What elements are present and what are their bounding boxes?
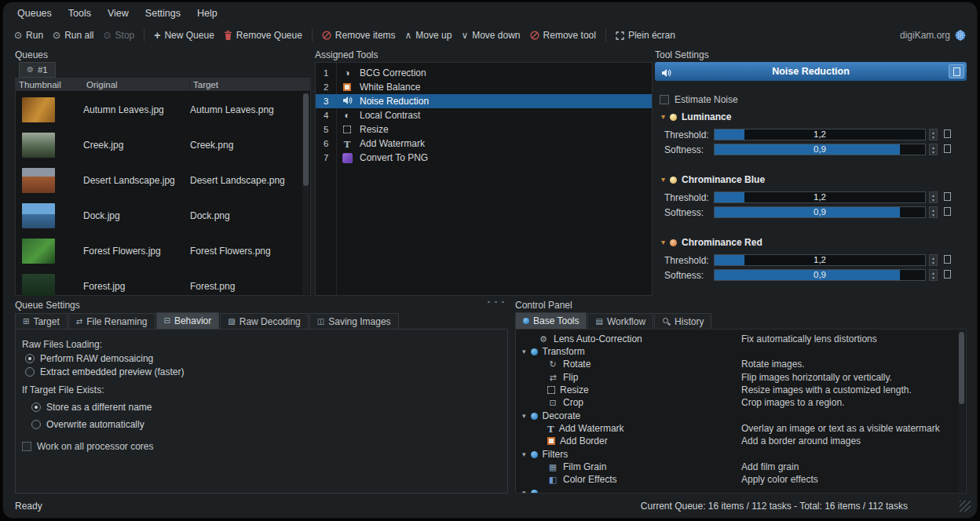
reset-default-button[interactable] <box>944 270 951 279</box>
tree-item-film-grain[interactable]: ▦ Film Grain Add film grain <box>519 461 955 473</box>
queue-tab-1[interactable]: ⚙ #1 <box>19 62 56 78</box>
tab-label: Behavior <box>174 315 211 326</box>
tool-item-add-watermark[interactable]: 6 T Add Watermark <box>316 137 652 151</box>
resize-grip[interactable] <box>960 501 971 512</box>
run-button[interactable]: ⊙ Run <box>14 30 43 41</box>
work-all-cores-row[interactable]: Work on all processor cores <box>22 441 154 452</box>
radio-store-different-name[interactable]: Store as a different name <box>31 402 152 413</box>
tab-base-tools[interactable]: Base Tools <box>515 312 587 329</box>
tab-raw-decoding[interactable]: ▨ Raw Decoding <box>220 313 309 329</box>
queue-row-desert-landscape[interactable]: Desert Landscape.jpg Desert Landscape.pn… <box>16 162 310 198</box>
expand-arrow-icon[interactable]: ▾ <box>522 451 526 458</box>
menu-queues[interactable]: Queues <box>17 8 52 19</box>
softness-slider[interactable]: 0,9 <box>714 206 926 218</box>
softness-spinner[interactable]: ▲▼ <box>929 206 938 218</box>
work-all-cores-checkbox[interactable] <box>22 442 31 451</box>
tree-item-add-border[interactable]: Add Border Add a border around images <box>519 435 955 447</box>
radio-perform-raw-demosaicing[interactable]: Perform RAW demosaicing <box>25 353 153 364</box>
remove-queue-button[interactable]: Remove Queue <box>224 30 302 41</box>
tree-group-transform[interactable]: ▾ Transform <box>519 345 955 358</box>
move-down-button[interactable]: ∨ Move down <box>461 30 520 41</box>
queue-row-autumn-leaves[interactable]: Autumn Leaves.jpg Autumn Leaves.png <box>16 92 310 127</box>
tree-item-rotate[interactable]: ↻ Rotate Rotate images. <box>519 358 955 370</box>
color-effects-icon: ◧ <box>547 475 558 484</box>
queue-row-forest[interactable]: Forest.jpg Forest.png <box>16 268 310 296</box>
scrollbar-thumb[interactable] <box>303 93 309 186</box>
new-queue-button[interactable]: + New Queue <box>154 30 214 41</box>
control-panel-scrollbar[interactable] <box>958 330 965 492</box>
threshold-spinner[interactable]: ▲▼ <box>929 129 938 140</box>
tab-file-renaming[interactable]: ⇄ File Renaming <box>68 313 155 329</box>
run-all-button[interactable]: ⊙ Run all <box>53 30 93 41</box>
tab-behavior[interactable]: ⊟ Behavior <box>156 312 220 329</box>
queue-row-creek[interactable]: Creek.jpg Creek.png <box>16 127 310 162</box>
tool-item-resize[interactable]: 5 Resize <box>316 122 652 137</box>
radio-overwrite-automatically[interactable]: Overwrite automatically <box>31 419 144 430</box>
presets-button[interactable] <box>949 64 964 78</box>
tool-item-noise-reduction[interactable]: 3 Noise Reduction <box>316 94 652 108</box>
brand-label[interactable]: digiKam.org <box>900 30 950 41</box>
queue-row-forest-flowers[interactable]: Forest Flowers.jpg Forest Flowers.png <box>16 233 310 268</box>
scrollbar-thumb[interactable] <box>959 332 964 404</box>
tree-item-flip[interactable]: ⇄ Flip Flip images horizontally or verti… <box>519 371 955 384</box>
section-chrominance-red[interactable]: ▾ Chrominance Red <box>661 237 762 248</box>
remove-tool-button[interactable]: Remove tool <box>530 30 596 41</box>
radio-extract-embedded-preview[interactable]: Extract embedded preview (faster) <box>25 366 184 377</box>
local-contrast-icon: ◐ <box>344 111 349 120</box>
globe-icon[interactable] <box>955 30 966 41</box>
queues-scrollbar[interactable] <box>302 93 309 294</box>
queues-table-body: Autumn Leaves.jpg Autumn Leaves.png Cree… <box>16 92 310 296</box>
reset-default-button[interactable] <box>944 192 951 201</box>
stop-button[interactable]: ⊙ Stop <box>104 30 135 41</box>
tool-item-local-contrast[interactable]: 4 ◐ Local Contrast <box>316 108 652 122</box>
column-target[interactable]: Target <box>190 78 310 91</box>
tab-saving-images[interactable]: ◫ Saving Images <box>309 313 399 329</box>
tree-group-decorate[interactable]: ▾ Decorate <box>519 410 955 422</box>
threshold-slider[interactable]: 1,2 <box>714 129 926 140</box>
tool-item-bcg-correction[interactable]: 1 ◑ BCG Correction <box>316 66 652 80</box>
threshold-slider[interactable]: 1,2 <box>714 191 926 203</box>
softness-spinner[interactable]: ▲▼ <box>929 269 938 281</box>
tab-target[interactable]: ⊞ Target <box>15 313 68 329</box>
tool-item-convert-to-png[interactable]: 7 Convert To PNG <box>316 151 652 165</box>
reset-default-button[interactable] <box>944 207 951 216</box>
threshold-spinner[interactable]: ▲▼ <box>929 254 938 266</box>
tree-group-partial[interactable]: ▾ <box>519 486 955 494</box>
softness-slider[interactable]: 0,9 <box>714 269 926 281</box>
reset-default-button[interactable] <box>944 129 951 138</box>
tab-label: Saving Images <box>328 316 390 327</box>
tree-item-color-effects[interactable]: ◧ Color Effects Apply color effects <box>519 473 955 486</box>
move-up-button[interactable]: ∧ Move up <box>405 30 452 41</box>
remove-items-button[interactable]: Remove items <box>322 30 396 41</box>
tool-item-white-balance[interactable]: 2 White Balance <box>316 80 652 94</box>
softness-slider[interactable]: 0,9 <box>714 144 926 155</box>
column-thumbnail[interactable]: Thumbnail <box>16 78 83 91</box>
tab-history[interactable]: History <box>654 313 711 329</box>
tree-item-resize[interactable]: Resize Resize images with a customized l… <box>519 384 955 396</box>
column-original[interactable]: Original <box>83 78 190 91</box>
threshold-value: 1,2 <box>715 255 925 265</box>
expand-arrow-icon[interactable]: ▾ <box>522 348 526 355</box>
estimate-noise-row[interactable]: Estimate Noise <box>660 94 738 105</box>
splitter-handle[interactable] <box>484 299 506 304</box>
menu-view[interactable]: View <box>108 8 129 19</box>
expand-arrow-icon[interactable]: ▾ <box>522 413 526 420</box>
menu-help[interactable]: Help <box>197 8 218 19</box>
menu-tools[interactable]: Tools <box>68 8 91 19</box>
fullscreen-button[interactable]: Plein écran <box>616 30 675 41</box>
tree-item-crop[interactable]: ⊡ Crop Crop images to a region. <box>519 396 955 409</box>
estimate-noise-checkbox[interactable] <box>660 95 669 104</box>
threshold-slider[interactable]: 1,2 <box>714 254 926 266</box>
queue-row-dock[interactable]: Dock.jpg Dock.png <box>16 198 310 233</box>
tab-workflow[interactable]: ▤ Workflow <box>587 313 653 329</box>
reset-default-button[interactable] <box>944 255 951 264</box>
section-luminance[interactable]: ▾ Luminance <box>661 111 731 122</box>
threshold-spinner[interactable]: ▲▼ <box>929 191 938 203</box>
reset-default-button[interactable] <box>944 144 951 153</box>
section-chrominance-blue[interactable]: ▾ Chrominance Blue <box>661 174 765 185</box>
tree-item-add-watermark[interactable]: T Add Watermark Overlay an image or text… <box>519 422 955 435</box>
tree-group-filters[interactable]: ▾ Filters <box>519 448 955 461</box>
menu-settings[interactable]: Settings <box>145 8 181 19</box>
softness-spinner[interactable]: ▲▼ <box>929 144 938 155</box>
tree-item-lens-auto-correction[interactable]: ⚙ Lens Auto-Correction Fix automatically… <box>519 333 955 345</box>
